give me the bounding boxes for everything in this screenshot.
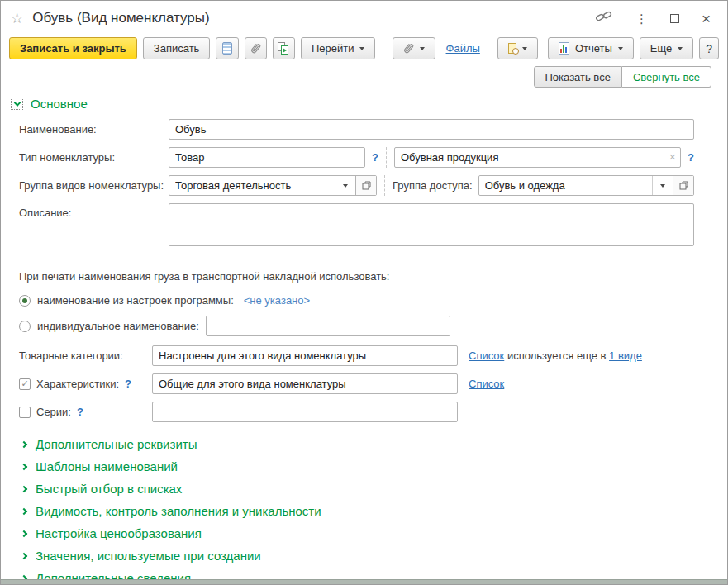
expand-chevron-icon: [21, 485, 27, 492]
combo-open-button[interactable]: [355, 176, 376, 195]
characteristics-list-link[interactable]: Список: [469, 378, 504, 390]
section-default-values[interactable]: Значения, используемые при создании: [19, 545, 694, 567]
attachments-dropdown-button[interactable]: [393, 37, 435, 59]
radio-individual[interactable]: [19, 321, 31, 332]
favorite-star-icon[interactable]: ☆: [11, 12, 23, 26]
combo-dropdown-button[interactable]: [652, 176, 673, 195]
characteristics-row: ✓ Характеристики: ? Список: [19, 373, 694, 394]
description-row: Описание:: [19, 203, 694, 246]
goto-button[interactable]: Перейти: [301, 37, 376, 59]
close-icon[interactable]: ×: [702, 11, 711, 26]
radio-program-label: наименование из настроек программы:: [37, 294, 234, 307]
files-link[interactable]: Файлы: [446, 42, 480, 55]
more-button[interactable]: Еще: [640, 37, 693, 59]
more-label: Еще: [650, 42, 672, 55]
save-and-close-button[interactable]: Записать и закрыть: [9, 37, 137, 59]
series-label: Серии:: [36, 406, 71, 418]
characteristics-label: Характеристики:: [36, 378, 119, 390]
form-area: Основное Наименование: Тип номенклатуры:…: [1, 88, 727, 585]
chevron-down-icon: [420, 47, 425, 50]
page-title: Обувь (Вид номенклатуры): [32, 10, 209, 26]
section-quick-filter[interactable]: Быстрый отбор в списках: [19, 478, 694, 500]
window-bottom-edge: [1, 579, 727, 584]
expand-chevron-icon: [21, 530, 27, 536]
document-clock-icon: [508, 43, 516, 54]
section-pricing-setup[interactable]: Настройка ценообразования: [19, 522, 694, 545]
radio-individual-label: индивидуальное наименование:: [37, 320, 199, 332]
access-group-combo[interactable]: [478, 175, 694, 196]
paperclip-icon: [401, 40, 417, 57]
help-icon[interactable]: ?: [125, 378, 131, 390]
save-button[interactable]: Записать: [143, 37, 211, 59]
series-checkbox[interactable]: [19, 407, 31, 418]
attach-button[interactable]: [245, 37, 267, 59]
goto-label: Перейти: [312, 42, 354, 55]
type-input[interactable]: [169, 147, 365, 168]
chevron-down-icon: [660, 184, 665, 188]
collapsed-sections: Дополнительные реквизиты Шаблоны наимено…: [19, 433, 694, 585]
categories-usage-link[interactable]: 1 виде: [609, 350, 642, 362]
description-textarea[interactable]: [169, 203, 694, 246]
expand-chevron-icon: [21, 507, 27, 514]
paperclip-icon: [247, 40, 264, 57]
name-label: Наименование:: [19, 123, 169, 136]
categories-label: Товарные категории:: [19, 350, 152, 362]
expand-controls: Показать все Свернуть все: [1, 59, 727, 88]
collapse-chevron-icon[interactable]: [11, 98, 23, 110]
chevron-down-icon: [522, 47, 527, 50]
characteristics-input[interactable]: [152, 373, 458, 394]
combo-open-button[interactable]: [673, 176, 693, 195]
categories-usage-text: используется еще в: [507, 350, 607, 362]
group-input[interactable]: [169, 176, 335, 195]
print-caption: При печати наименования груза в транспор…: [19, 270, 694, 283]
kebab-menu-icon[interactable]: ⋮: [635, 12, 648, 25]
get-link-icon[interactable]: [595, 10, 613, 26]
expand-chevron-icon: [21, 552, 27, 559]
title-bar: ☆ Обувь (Вид номенклатуры) ⋮ ×: [1, 1, 727, 31]
characteristics-checkbox[interactable]: ✓: [19, 378, 31, 390]
chevron-down-icon: [618, 47, 623, 50]
section-name-templates[interactable]: Шаблоны наименований: [19, 455, 694, 478]
group-combo[interactable]: [169, 175, 377, 196]
help-icon[interactable]: ?: [77, 406, 83, 418]
help-icon[interactable]: ?: [372, 151, 378, 164]
copy-settings-button[interactable]: [273, 37, 295, 59]
maximize-icon[interactable]: [670, 14, 679, 23]
open-in-window-icon: [362, 181, 371, 190]
collapse-all-button[interactable]: Свернуть все: [622, 66, 711, 88]
description-label: Описание:: [19, 203, 169, 219]
copy-icon: [277, 42, 290, 55]
radio-program[interactable]: [19, 295, 31, 307]
history-dropdown-button[interactable]: [497, 37, 538, 59]
access-group-label: Группа доступа:: [393, 179, 473, 192]
series-input[interactable]: [152, 402, 458, 422]
help-icon[interactable]: ?: [688, 151, 694, 164]
chevron-down-icon: [678, 47, 683, 50]
expand-chevron-icon: [21, 463, 27, 469]
section-additional-attributes[interactable]: Дополнительные реквизиты: [19, 433, 694, 455]
show-all-button[interactable]: Показать все: [534, 66, 622, 88]
not-specified-link[interactable]: <не указано>: [244, 294, 310, 307]
name-input[interactable]: [169, 119, 694, 140]
categories-list-link[interactable]: Список: [469, 350, 504, 362]
categories-input[interactable]: [152, 345, 458, 366]
reports-button[interactable]: Отчеты: [548, 37, 634, 59]
main-toolbar: Записать и закрыть Записать Перейти Файл…: [1, 31, 727, 59]
individual-name-input[interactable]: [206, 316, 450, 336]
help-button[interactable]: ?: [699, 37, 719, 59]
column-separator: [384, 175, 385, 196]
name-row: Наименование:: [19, 119, 694, 140]
type-detail-input[interactable]: [394, 147, 681, 168]
chevron-down-icon: [343, 184, 348, 188]
chevron-down-icon: [359, 47, 364, 50]
section-main-title: Основное: [31, 97, 88, 111]
structure-button[interactable]: [216, 37, 238, 59]
categories-row: Товарные категории: Список используется …: [19, 345, 694, 366]
combo-dropdown-button[interactable]: [335, 176, 355, 195]
section-main-header[interactable]: Основное: [11, 97, 694, 111]
clear-icon[interactable]: ×: [669, 151, 676, 163]
form-splitter: [716, 122, 716, 174]
access-group-input[interactable]: [479, 176, 652, 195]
open-in-window-icon: [679, 181, 688, 190]
section-visibility-control[interactable]: Видимость, контроль заполнения и уникаль…: [19, 500, 694, 522]
